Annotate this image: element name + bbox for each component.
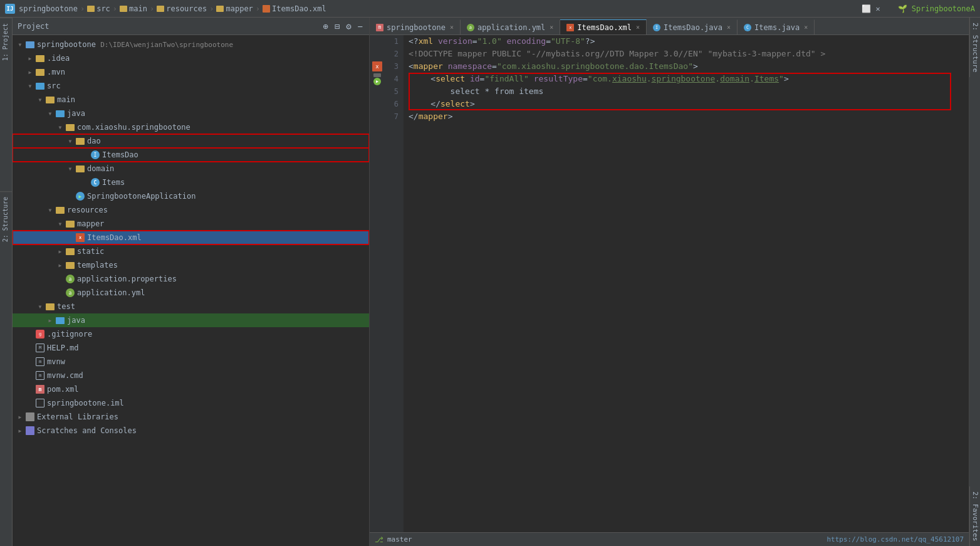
- item-label: java: [67, 316, 85, 325]
- tab-label: springbootone: [387, 23, 446, 32]
- panel-actions: ⊕ ⊟ ⚙ −: [321, 20, 364, 33]
- tab-icon-m: m: [376, 24, 383, 31]
- folder-icon: [75, 136, 85, 146]
- root-label: springbootone D:\IDEA\wenjianTwo\springb…: [37, 40, 233, 49]
- code-editor[interactable]: <?xml version="1.0" encoding="UTF-8"?> <…: [404, 35, 969, 532]
- tree-item-dao[interactable]: dao: [13, 134, 369, 148]
- tree-item-domain[interactable]: domain: [13, 162, 369, 176]
- tree-item-test[interactable]: test: [13, 300, 369, 313]
- run-icon[interactable]: ▶: [373, 78, 381, 85]
- java-class-icon: C: [90, 177, 100, 187]
- tree-item-src[interactable]: src: [13, 79, 369, 93]
- tab-itemsjava[interactable]: C Items.java ×: [738, 19, 815, 34]
- collapse-icon[interactable]: ⊟: [333, 20, 341, 33]
- tab-icon-java-dao: I: [653, 24, 660, 31]
- blog-link: https://blog.csdn.net/qq_45612107: [826, 535, 964, 543]
- tree-item-main[interactable]: main: [13, 93, 369, 107]
- tree-item-root[interactable]: springbootone D:\IDEA\wenjianTwo\springb…: [13, 38, 369, 51]
- folder-icon: [45, 95, 55, 105]
- structure-tab[interactable]: 2: Structure: [969, 18, 980, 77]
- tab-label: application.yml: [477, 23, 545, 32]
- tree-item-templates[interactable]: templates: [13, 258, 369, 272]
- bottom-bar-left: ⎇ master: [375, 535, 412, 544]
- tree-item-com[interactable]: com.xiaoshu.springbootone: [13, 120, 369, 134]
- tree-item-idea[interactable]: .idea: [13, 51, 369, 65]
- tree-item-extlibs[interactable]: External Libraries: [13, 410, 369, 424]
- expand-arrow: [55, 122, 65, 132]
- settings-icon[interactable]: ⚙: [345, 20, 352, 33]
- item-label: SpringbootoneApplication: [87, 192, 195, 201]
- xml-file-icon: [263, 5, 270, 13]
- panel-header: Project ⊕ ⊟ ⚙ −: [13, 18, 369, 35]
- java-app-icon: ▶: [75, 191, 85, 201]
- panel-title: Project: [18, 22, 318, 31]
- tab-close[interactable]: ×: [804, 24, 808, 31]
- item-label: main: [57, 95, 75, 104]
- window-controls[interactable]: ⬜ ✕: [862, 4, 880, 13]
- tree-item-itemsdao[interactable]: I ItemsDao: [13, 148, 369, 162]
- expand-arrow: [55, 260, 65, 270]
- line-num-1: 1: [387, 35, 399, 48]
- tree-item-resources[interactable]: resources: [13, 203, 369, 217]
- tab-close[interactable]: ×: [636, 24, 640, 31]
- item-label: mvnw.cmd: [47, 371, 83, 380]
- folder-icon: [216, 6, 224, 12]
- sidebar-item-structure[interactable]: 2: Structure: [0, 191, 12, 247]
- gutter-slot-4[interactable]: ▶: [373, 73, 381, 85]
- editor-tabs: m springbootone × a application.yml × x …: [370, 18, 969, 35]
- minimize-icon[interactable]: −: [357, 20, 364, 33]
- item-label: dao: [87, 137, 101, 145]
- sync-icon[interactable]: ⊕: [321, 20, 329, 33]
- tree-item-items[interactable]: C Items: [13, 176, 369, 189]
- sidebar-item-project[interactable]: 1: Project: [0, 18, 12, 66]
- tab-close[interactable]: ×: [550, 24, 553, 31]
- tree-item-appyml[interactable]: a application.yml: [13, 286, 369, 300]
- line-num-7: 7: [387, 110, 399, 123]
- tree-item-testjava[interactable]: java: [13, 313, 369, 327]
- favorites-tab[interactable]: 2: Favorites: [969, 486, 980, 546]
- tree-item-springiml[interactable]: springbootone.iml: [13, 396, 369, 410]
- breadcrumb: springbootone › src › main › resources ›…: [19, 4, 326, 13]
- tab-yml[interactable]: a application.yml ×: [461, 19, 560, 34]
- tree-item-mapper[interactable]: mapper: [13, 217, 369, 231]
- tab-close[interactable]: ×: [450, 24, 454, 31]
- tree-item-pomxml[interactable]: m pom.xml: [13, 382, 369, 396]
- tab-close[interactable]: ×: [727, 24, 731, 31]
- title-bar: IJ springbootone › src › main › resource…: [0, 0, 980, 18]
- project-icon: [25, 39, 35, 50]
- bc-src: src: [87, 4, 110, 13]
- item-label: .idea: [47, 54, 70, 63]
- tree-item-scratches[interactable]: Scratches and Consoles: [13, 424, 369, 438]
- tree-item-mvnwcmd[interactable]: m mvnw.cmd: [13, 369, 369, 382]
- bottom-bar: ⎇ master https://blog.csdn.net/qq_456121…: [370, 532, 969, 546]
- tab-itemsdaoxml[interactable]: x ItemsDao.xml ×: [560, 19, 647, 34]
- tree-item-itemsdaoxml[interactable]: x ItemsDao.xml: [13, 231, 369, 244]
- tab-itemsdaojava[interactable]: I ItemsDao.java ×: [647, 19, 738, 34]
- folder-src-icon: [35, 81, 45, 91]
- expand-arrow: [45, 108, 55, 118]
- editor-gutter: x ▶ 1 2 3: [370, 35, 404, 532]
- tree-item-appprop[interactable]: a application.properties: [13, 272, 369, 286]
- item-label: .mvn: [47, 68, 65, 76]
- item-label: application.yml: [77, 288, 145, 297]
- git-branch-icon: ⎇: [375, 535, 383, 544]
- tree-item-gitignore[interactable]: g .gitignore: [13, 327, 369, 341]
- line-num-2: 2: [387, 48, 399, 60]
- java-interface-icon: I: [90, 150, 100, 160]
- editor-panel: m springbootone × a application.yml × x …: [370, 18, 969, 546]
- folder-icon: [120, 6, 127, 12]
- item-label: Items: [102, 178, 125, 187]
- expand-arrow: [65, 164, 75, 174]
- tree-item-mvn[interactable]: .mvn: [13, 65, 369, 79]
- tree-item-springapp[interactable]: ▶ SpringbootoneApplication: [13, 189, 369, 203]
- tree-item-helpmd[interactable]: M HELP.md: [13, 341, 369, 355]
- maven-icon: m: [35, 384, 45, 394]
- item-label: HELP.md: [47, 344, 79, 352]
- tree-item-static[interactable]: static: [13, 244, 369, 258]
- expand-arrow: [25, 53, 35, 63]
- tree-item-java[interactable]: java: [13, 107, 369, 120]
- git-icon: g: [35, 329, 45, 339]
- tab-springbootone[interactable]: m springbootone ×: [370, 19, 461, 34]
- tree-item-mvnw[interactable]: m mvnw: [13, 355, 369, 369]
- folder-icon: [35, 53, 45, 63]
